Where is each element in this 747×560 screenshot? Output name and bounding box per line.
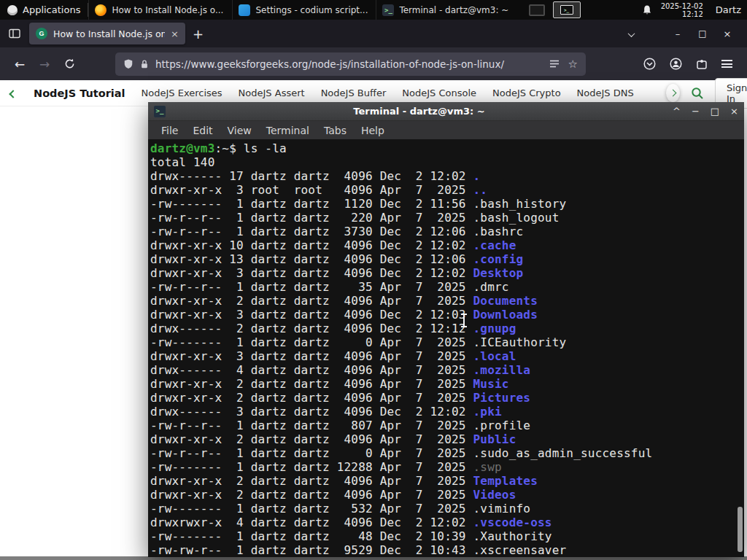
terminal-window-title: Terminal - dartz@vm3: ~ bbox=[166, 106, 673, 117]
tab-close-icon[interactable]: × bbox=[171, 28, 179, 39]
terminal-output-line: drwxr-xr-x 2 dartz dartz 4096 Apr 7 2025… bbox=[150, 391, 744, 405]
file-meta: drwx------ 17 dartz dartz 4096 Dec 2 12:… bbox=[150, 169, 473, 183]
url-bar[interactable]: https://www.geeksforgeeks.org/node-js/in… bbox=[115, 52, 586, 76]
menu-tabs[interactable]: Tabs bbox=[317, 125, 354, 136]
forward-button[interactable]: → bbox=[32, 52, 57, 76]
tray-display-icon[interactable] bbox=[529, 4, 545, 16]
window-minimize-button[interactable]: – bbox=[665, 28, 690, 39]
terminal-body[interactable]: dartz@vm3:~$ ls -la total 140 drwx------… bbox=[148, 139, 744, 557]
gfg-link-dns[interactable]: NodeJS DNS bbox=[577, 88, 634, 98]
gfg-active-section[interactable]: NodeJS Tutorial bbox=[34, 88, 125, 99]
terminal-output-line: drwx------ 4 dartz dartz 4096 Apr 7 2025… bbox=[150, 363, 744, 377]
panel-clock[interactable]: 2025-12-02 12:12 bbox=[661, 2, 703, 18]
url-text[interactable]: https://www.geeksforgeeks.org/node-js/in… bbox=[155, 58, 543, 70]
menu-terminal[interactable]: Terminal bbox=[259, 125, 317, 136]
gfg-link-exercises[interactable]: NodeJS Exercises bbox=[142, 88, 222, 98]
file-meta: -rw------- 1 dartz dartz 532 Apr 7 2025 bbox=[150, 502, 473, 516]
mouse-text-cursor bbox=[463, 314, 465, 327]
terminal-titlebar[interactable]: >_ Terminal - dartz@vm3: ~ ^ − □ × bbox=[148, 102, 744, 121]
menu-view[interactable]: View bbox=[220, 125, 259, 136]
file-name: .vscode-oss bbox=[473, 516, 551, 529]
shield-icon[interactable] bbox=[123, 58, 133, 69]
terminal-total-line: total 140 bbox=[150, 155, 744, 169]
file-meta: -rw-r--r-- 1 dartz dartz 807 Apr 7 2025 bbox=[150, 419, 473, 432]
file-meta: -rw------- 1 dartz dartz 1120 Dec 2 11:5… bbox=[150, 197, 473, 211]
terminal-close-button[interactable]: × bbox=[730, 106, 738, 117]
firefox-view-icon[interactable] bbox=[7, 26, 22, 41]
lock-icon[interactable] bbox=[140, 59, 149, 69]
terminal-output-line: -rw-r--r-- 1 dartz dartz 35 Apr 7 2025 .… bbox=[150, 280, 744, 294]
notifications-bell-icon[interactable] bbox=[641, 4, 653, 16]
file-name: .dmrc bbox=[473, 280, 508, 294]
terminal-output-line: drwxr-xr-x 3 dartz dartz 4096 Dec 2 12:0… bbox=[150, 266, 744, 280]
terminal-output-line: drwxr-xr-x 3 root root 4096 Apr 7 2025 .… bbox=[150, 183, 744, 197]
file-meta: drwx------ 2 dartz dartz 4096 Dec 2 12:1… bbox=[150, 322, 473, 335]
terminal-menubar: File Edit View Terminal Tabs Help bbox=[148, 121, 744, 139]
file-name: .bash_logout bbox=[473, 211, 559, 225]
task-label: Terminal - dartz@vm3: ~ bbox=[399, 5, 508, 15]
nav-scroll-left-icon[interactable] bbox=[9, 86, 18, 100]
new-tab-button[interactable]: + bbox=[193, 26, 204, 42]
extensions-icon[interactable] bbox=[696, 58, 708, 70]
file-name: Documents bbox=[473, 294, 538, 308]
file-name: Public bbox=[473, 432, 516, 446]
gfg-link-console[interactable]: NodeJS Console bbox=[402, 88, 476, 98]
panel-user-label[interactable]: Dartz bbox=[711, 4, 741, 15]
file-name: Desktop bbox=[473, 266, 523, 280]
gfg-link-crypto[interactable]: NodeJS Crypto bbox=[492, 88, 561, 98]
taskbar-button-vscodium[interactable]: Settings - codium script... bbox=[232, 0, 376, 20]
gfg-link-buffer[interactable]: NodeJS Buffer bbox=[321, 88, 387, 98]
window-close-button[interactable]: × bbox=[715, 28, 740, 39]
file-meta: drwxr-xr-x 3 dartz dartz 4096 Dec 2 12:0… bbox=[150, 266, 473, 280]
terminal-minimize-button[interactable]: − bbox=[692, 106, 700, 117]
terminal-output-line: drwxr-xr-x 2 dartz dartz 4096 Apr 7 2025… bbox=[150, 488, 744, 502]
terminal-shade-button[interactable]: ^ bbox=[673, 106, 681, 117]
file-meta: -rw-r--r-- 1 dartz dartz 220 Apr 7 2025 bbox=[150, 211, 473, 225]
reader-mode-icon[interactable] bbox=[549, 59, 560, 69]
file-meta: drwxr-xr-x 2 dartz dartz 4096 Apr 7 2025 bbox=[150, 488, 473, 502]
file-name: .local bbox=[473, 349, 516, 363]
terminal-maximize-button[interactable]: □ bbox=[711, 106, 719, 117]
task-label: Settings - codium script... bbox=[255, 5, 368, 15]
applications-menu-button[interactable]: Applications bbox=[0, 0, 88, 20]
gfg-link-assert[interactable]: NodeJS Assert bbox=[239, 88, 305, 98]
terminal-output-line: drwxr-xr-x 2 dartz dartz 4096 Apr 7 2025… bbox=[150, 432, 744, 446]
terminal-output-line: -rw------- 1 dartz dartz 48 Dec 2 10:39 … bbox=[150, 529, 744, 543]
terminal-icon: >_ bbox=[382, 4, 394, 16]
menu-file[interactable]: File bbox=[154, 125, 185, 136]
nav-scroll-right-icon[interactable] bbox=[666, 84, 680, 102]
menu-help[interactable]: Help bbox=[354, 125, 392, 136]
file-name: .bash_history bbox=[473, 197, 566, 211]
terminal-output: drwx------ 17 dartz dartz 4096 Dec 2 12:… bbox=[150, 169, 744, 557]
firefox-icon bbox=[95, 4, 107, 16]
file-name: .bashrc bbox=[473, 225, 523, 238]
back-button[interactable]: ← bbox=[7, 52, 32, 76]
system-tray: >_ 2025-12-02 12:12 Dartz bbox=[529, 1, 747, 18]
search-icon[interactable] bbox=[691, 87, 704, 100]
taskbar-button-terminal[interactable]: >_ Terminal - dartz@vm3: ~ bbox=[376, 0, 519, 20]
file-meta: -rw------- 1 dartz dartz 48 Dec 2 10:39 bbox=[150, 529, 473, 543]
bookmark-star-icon[interactable]: ☆ bbox=[568, 58, 578, 71]
menu-edit[interactable]: Edit bbox=[185, 125, 220, 136]
browser-tab[interactable]: G How to Install Node.js on... × bbox=[29, 23, 185, 44]
file-meta: -rw------- 1 dartz dartz 12288 Apr 7 202… bbox=[150, 460, 473, 474]
file-name: Pictures bbox=[473, 391, 530, 405]
file-name: .swp bbox=[473, 460, 501, 474]
terminal-scrollbar-thumb[interactable] bbox=[738, 507, 743, 552]
window-maximize-button[interactable]: □ bbox=[690, 28, 715, 39]
taskbar-button-firefox[interactable]: How to Install Node.js o... bbox=[88, 0, 232, 20]
list-tabs-chevron-icon[interactable] bbox=[619, 28, 643, 39]
clock-date: 2025-12-02 bbox=[661, 2, 703, 10]
file-meta: -rw-r--r-- 1 dartz dartz 35 Apr 7 2025 bbox=[150, 280, 473, 294]
pocket-icon[interactable] bbox=[643, 58, 656, 70]
file-meta: -rw-r--r-- 1 dartz dartz 3730 Dec 2 12:0… bbox=[150, 225, 473, 238]
vscodium-icon bbox=[239, 4, 250, 16]
file-name: .mozilla bbox=[473, 363, 530, 377]
account-icon[interactable] bbox=[670, 58, 682, 70]
terminal-output-line: -rw------- 1 dartz dartz 1120 Dec 2 11:5… bbox=[150, 197, 744, 211]
menu-hamburger-icon[interactable] bbox=[721, 60, 732, 68]
file-meta: drwxr-xr-x 10 dartz dartz 4096 Dec 2 12:… bbox=[150, 238, 473, 252]
reload-button[interactable] bbox=[57, 52, 82, 76]
terminal-output-line: drwxr-xr-x 13 dartz dartz 4096 Dec 2 12:… bbox=[150, 252, 744, 266]
active-tray-button[interactable]: >_ bbox=[553, 1, 581, 18]
